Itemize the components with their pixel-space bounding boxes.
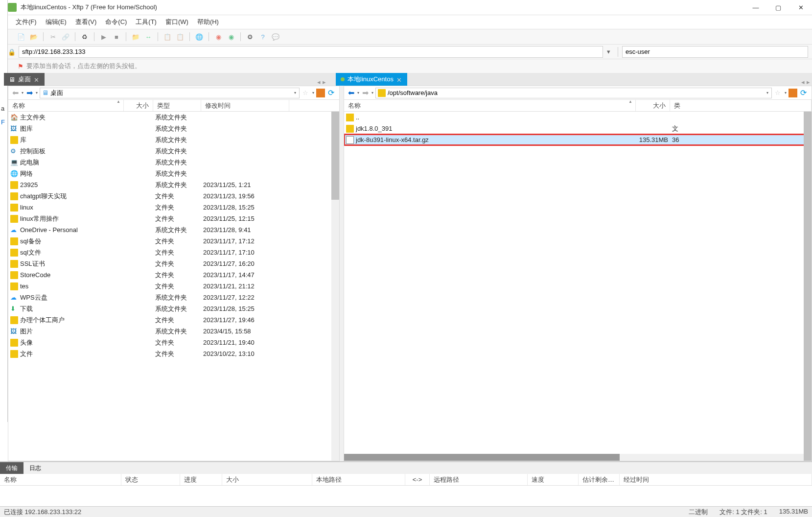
globe-icon[interactable]: 🌐 — [194, 31, 205, 42]
folder-new-icon[interactable]: 📁 — [130, 31, 141, 42]
play-icon[interactable]: ▶ — [98, 31, 109, 42]
tab-prev-icon[interactable]: ◂ — [317, 78, 321, 86]
list-item[interactable]: StoreCode文件夹2023/11/17, 14:47 — [8, 269, 339, 281]
list-item[interactable]: chatgpt聊天实现文件夹2023/11/23, 19:56 — [8, 190, 339, 202]
green-swirl-icon[interactable]: ◉ — [226, 31, 236, 42]
tab-next-icon[interactable]: ▸ — [323, 78, 326, 86]
tcol-elapsed[interactable]: 经过时间 — [620, 474, 812, 485]
list-item[interactable]: ☁WPS云盘系统文件夹2023/11/27, 12:22 — [8, 292, 339, 303]
scrollbar[interactable] — [804, 112, 812, 461]
menu-view[interactable]: 查看(V) — [75, 18, 96, 26]
pane-splitter[interactable] — [340, 86, 344, 461]
chat-icon[interactable]: 💬 — [270, 31, 281, 42]
refresh-icon[interactable]: ♻ — [79, 31, 90, 42]
minimize-button[interactable]: — — [744, 0, 767, 15]
tcol-dir[interactable]: <-> — [405, 474, 430, 485]
star-icon[interactable]: ☆ — [773, 89, 783, 96]
col-name[interactable]: 名称 — [344, 100, 636, 111]
list-item[interactable]: sql备份文件夹2023/11/17, 17:12 — [8, 235, 339, 247]
remote-path-input[interactable]: /opt/software/java ▾ — [375, 88, 772, 98]
forward-icon[interactable]: ➡ — [25, 88, 34, 97]
col-type[interactable]: 类 — [670, 100, 812, 111]
list-item[interactable]: jdk-8u391-linux-x64.tar.gz135.31MB36 — [344, 134, 812, 145]
menu-help[interactable]: 帮助(H) — [197, 18, 219, 26]
list-item[interactable]: 💻此电脑系统文件夹 — [8, 157, 339, 168]
close-icon[interactable]: ✕ — [396, 76, 402, 82]
sync-icon[interactable]: ↔ — [143, 31, 154, 42]
open-folder-icon[interactable]: 📂 — [28, 31, 39, 42]
col-modified[interactable]: 修改时间 — [201, 100, 289, 111]
tab-remote[interactable]: 本地linuxCentos ✕ — [336, 73, 407, 86]
chevron-down-icon[interactable]: ▾ — [21, 91, 24, 95]
close-button[interactable]: ✕ — [789, 0, 812, 15]
home-icon[interactable] — [789, 89, 797, 97]
tcol-eta[interactable]: 估计剩余… — [579, 474, 620, 485]
list-item[interactable]: sql文件文件夹2023/11/17, 17:10 — [8, 247, 339, 258]
col-size[interactable]: 大小 — [636, 100, 670, 111]
paste-icon[interactable]: 📋 — [175, 31, 186, 42]
list-item[interactable]: 🌐网络系统文件夹 — [8, 168, 339, 179]
menu-cmd[interactable]: 命令(C) — [105, 18, 127, 26]
tcol-name[interactable]: 名称 — [0, 474, 121, 485]
menu-file[interactable]: 文件(F) — [16, 18, 37, 26]
home-icon[interactable] — [316, 89, 325, 97]
address-input[interactable]: sftp://192.168.233.133 — [19, 46, 603, 58]
list-item[interactable]: tes文件夹2023/11/21, 21:12 — [8, 281, 339, 292]
list-item[interactable]: linux文件夹2023/11/28, 15:25 — [8, 202, 339, 213]
address-dropdown-icon[interactable]: ▾ — [607, 48, 614, 55]
list-item[interactable]: linux常用操作文件夹2023/11/25, 12:15 — [8, 213, 339, 224]
list-item[interactable]: jdk1.8.0_391文 — [344, 123, 812, 134]
tcol-local[interactable]: 本地路径 — [312, 474, 405, 485]
local-path-input[interactable]: 🖥 桌面 ▾ — [40, 88, 300, 98]
refresh-icon[interactable]: ⟳ — [798, 88, 809, 97]
tcol-size[interactable]: 大小 — [222, 474, 312, 485]
chevron-down-icon[interactable]: ▾ — [293, 91, 297, 95]
list-item[interactable]: 文件文件夹2023/10/22, 13:10 — [8, 348, 339, 359]
star-icon[interactable]: ☆ — [301, 89, 310, 96]
list-item[interactable]: 🏠主文件夹系统文件夹 — [8, 112, 339, 123]
link-icon[interactable]: ✂ — [47, 31, 58, 42]
list-item[interactable]: ⚙控制面板系统文件夹 — [8, 145, 339, 157]
tab-local[interactable]: 🖥 桌面 ✕ — [4, 73, 45, 86]
list-item[interactable]: ⬇下载系统文件夹2023/11/28, 15:25 — [8, 303, 339, 314]
forward-icon[interactable]: ➡ — [361, 88, 370, 97]
copy-icon[interactable]: 📋 — [162, 31, 173, 42]
back-icon[interactable]: ⬅ — [11, 88, 20, 97]
tcol-progress[interactable]: 进度 — [180, 474, 222, 485]
new-session-icon[interactable]: 📄 — [16, 31, 26, 42]
tab-transfer[interactable]: 传输 — [0, 462, 23, 474]
close-icon[interactable]: ✕ — [34, 76, 40, 82]
list-item[interactable]: 办理个体工商户文件夹2023/11/27, 19:46 — [8, 314, 339, 326]
list-item[interactable]: ☁OneDrive - Personal系统文件夹2023/11/28, 9:4… — [8, 224, 339, 235]
list-item[interactable]: 库系统文件夹 — [8, 134, 339, 145]
scrollbar-h[interactable] — [344, 454, 804, 461]
help-icon[interactable]: ? — [257, 31, 268, 42]
tab-next-icon[interactable]: ▸ — [807, 78, 810, 86]
list-item[interactable]: 🖼图片系统文件夹2023/4/15, 15:58 — [8, 326, 339, 337]
col-size[interactable]: 大小 — [124, 100, 153, 111]
menu-window[interactable]: 窗口(W) — [165, 18, 188, 26]
list-item[interactable]: 23925系统文件夹2023/11/25, 1:21 — [8, 179, 339, 190]
list-item[interactable]: SSL证书文件夹2023/11/27, 16:20 — [8, 258, 339, 269]
col-name[interactable]: 名称 — [8, 100, 124, 111]
tab-prev-icon[interactable]: ◂ — [801, 78, 805, 86]
stop-icon[interactable]: ■ — [111, 31, 122, 42]
list-item[interactable]: 头像文件夹2023/11/21, 19:40 — [8, 337, 339, 348]
menu-edit[interactable]: 编辑(E) — [46, 18, 67, 26]
user-input[interactable]: esc-user — [622, 46, 808, 58]
tab-log[interactable]: 日志 — [23, 462, 47, 474]
refresh-icon[interactable]: ⟳ — [326, 88, 336, 97]
remote-file-list[interactable]: ..jdk1.8.0_391文jdk-8u391-linux-x64.tar.g… — [344, 112, 812, 461]
local-file-list[interactable]: 🏠主文件夹系统文件夹🖼图库系统文件夹库系统文件夹⚙控制面板系统文件夹💻此电脑系统… — [8, 112, 339, 461]
tcol-remote[interactable]: 远程路径 — [430, 474, 528, 485]
col-type[interactable]: 类型 — [153, 100, 201, 111]
menu-tools[interactable]: 工具(T) — [136, 18, 157, 26]
scrollbar[interactable] — [331, 112, 339, 461]
chevron-down-icon[interactable]: ▾ — [766, 91, 769, 95]
back-icon[interactable]: ⬅ — [347, 88, 355, 97]
maximize-button[interactable]: ▢ — [767, 0, 789, 15]
tcol-speed[interactable]: 速度 — [528, 474, 579, 485]
gear-icon[interactable]: ⚙ — [245, 31, 255, 42]
tcol-status[interactable]: 状态 — [121, 474, 180, 485]
chevron-down-icon[interactable]: ▾ — [35, 91, 39, 95]
